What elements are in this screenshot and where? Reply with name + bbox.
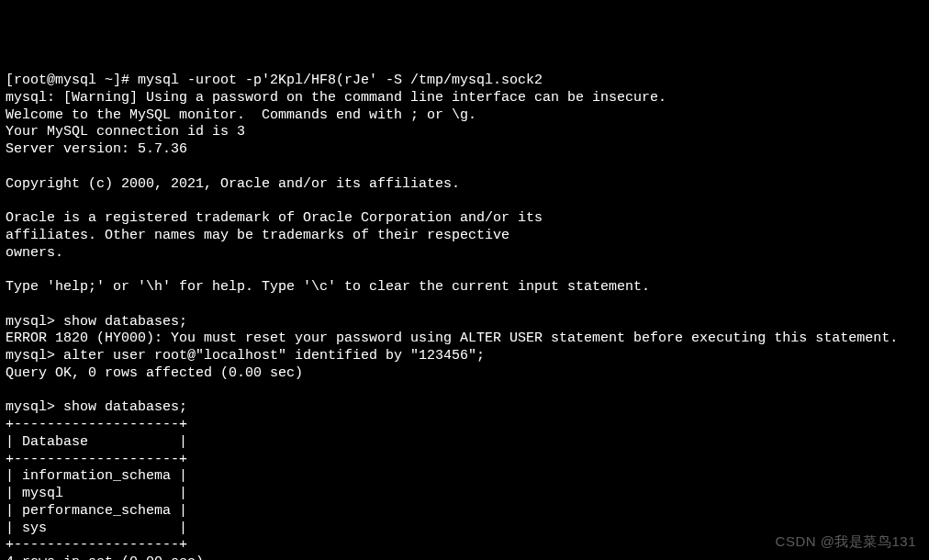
- terminal-output[interactable]: [root@mysql ~]# mysql -uroot -p'2Kpl/HF8…: [6, 73, 923, 560]
- error-line: ERROR 1820 (HY000): You must reset your …: [6, 330, 898, 346]
- rows-in-set-line: 4 rows in set (0.00 sec): [6, 554, 204, 560]
- table-border-mid: +--------------------+: [6, 452, 187, 467]
- mysql-prompt-alter-user: mysql> alter user root@"localhost" ident…: [6, 348, 485, 364]
- table-row: | mysql |: [6, 486, 187, 501]
- table-row: | sys |: [6, 521, 187, 536]
- trademark-line-3: owners.: [6, 245, 63, 261]
- mysql-prompt-show-databases-2: mysql> show databases;: [6, 399, 187, 415]
- table-border-bottom: +--------------------+: [6, 537, 187, 553]
- query-ok-line: Query OK, 0 rows affected (0.00 sec): [6, 365, 303, 381]
- table-row: | performance_schema |: [6, 503, 187, 519]
- watermark-text: CSDN @我是菜鸟131: [776, 533, 916, 551]
- table-row: | information_schema |: [6, 468, 187, 484]
- welcome-line: Welcome to the MySQL monitor. Commands e…: [6, 107, 476, 123]
- connection-id-line: Your MySQL connection id is 3: [6, 124, 245, 140]
- help-line: Type 'help;' or '\h' for help. Type '\c'…: [6, 279, 650, 295]
- server-version-line: Server version: 5.7.36: [6, 141, 187, 157]
- warning-line: mysql: [Warning] Using a password on the…: [6, 90, 666, 106]
- mysql-prompt-show-databases-1: mysql> show databases;: [6, 314, 187, 330]
- trademark-line-1: Oracle is a registered trademark of Orac…: [6, 210, 543, 226]
- table-header: | Database |: [6, 434, 187, 450]
- trademark-line-2: affiliates. Other names may be trademark…: [6, 228, 509, 243]
- copyright-line: Copyright (c) 2000, 2021, Oracle and/or …: [6, 176, 460, 192]
- table-border-top: +--------------------+: [6, 417, 187, 432]
- shell-prompt-line: [root@mysql ~]# mysql -uroot -p'2Kpl/HF8…: [6, 73, 543, 88]
